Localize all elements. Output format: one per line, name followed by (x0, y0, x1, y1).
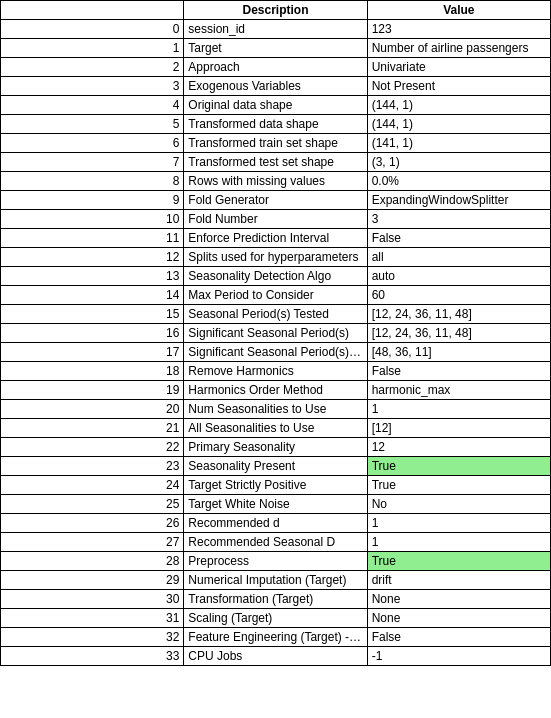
table-row: 0session_id123 (1, 20, 551, 39)
table-row: 30Transformation (Target)None (1, 590, 551, 609)
row-description: Transformed data shape (184, 115, 367, 134)
row-value: drift (367, 571, 550, 590)
row-value: Univariate (367, 58, 550, 77)
table-row: 15Seasonal Period(s) Tested[12, 24, 36, … (1, 305, 551, 324)
row-description: CPU Jobs (184, 647, 367, 666)
table-row: 26Recommended d1 (1, 514, 551, 533)
row-value: Not Present (367, 77, 550, 96)
table-row: 2ApproachUnivariate (1, 58, 551, 77)
table-row: 9Fold GeneratorExpandingWindowSplitter (1, 191, 551, 210)
row-value: True (367, 552, 550, 571)
table-row: 29Numerical Imputation (Target)drift (1, 571, 551, 590)
table-row: 7Transformed test set shape(3, 1) (1, 153, 551, 172)
row-description: Num Seasonalities to Use (184, 400, 367, 419)
table-row: 10Fold Number3 (1, 210, 551, 229)
table-row: 8Rows with missing values0.0% (1, 172, 551, 191)
row-value: 3 (367, 210, 550, 229)
table-row: 23Seasonality PresentTrue (1, 457, 551, 476)
row-description: Feature Engineering (Target) - Reduced R… (184, 628, 367, 647)
row-value: 1 (367, 514, 550, 533)
row-index: 10 (1, 210, 184, 229)
table-row: 20Num Seasonalities to Use1 (1, 400, 551, 419)
table-row: 3Exogenous VariablesNot Present (1, 77, 551, 96)
data-table: Description Value 0session_id1231TargetN… (0, 0, 551, 666)
row-index: 6 (1, 134, 184, 153)
col-header-description: Description (184, 1, 367, 20)
row-description: Fold Number (184, 210, 367, 229)
row-index: 26 (1, 514, 184, 533)
table-row: 1TargetNumber of airline passengers (1, 39, 551, 58)
row-description: Target (184, 39, 367, 58)
row-description: Preprocess (184, 552, 367, 571)
row-description: Remove Harmonics (184, 362, 367, 381)
table-row: 27Recommended Seasonal D1 (1, 533, 551, 552)
row-index: 11 (1, 229, 184, 248)
row-description: Recommended d (184, 514, 367, 533)
row-value: 12 (367, 438, 550, 457)
col-header-index (1, 1, 184, 20)
row-value: auto (367, 267, 550, 286)
table-row: 22Primary Seasonality12 (1, 438, 551, 457)
row-index: 14 (1, 286, 184, 305)
row-description: Transformation (Target) (184, 590, 367, 609)
row-index: 1 (1, 39, 184, 58)
row-description: Significant Seasonal Period(s) (184, 324, 367, 343)
row-value: Number of airline passengers (367, 39, 550, 58)
row-value: (144, 1) (367, 96, 550, 115)
row-value: (144, 1) (367, 115, 550, 134)
row-index: 30 (1, 590, 184, 609)
row-value: 60 (367, 286, 550, 305)
row-description: All Seasonalities to Use (184, 419, 367, 438)
row-value: True (367, 457, 550, 476)
table-row: 32Feature Engineering (Target) - Reduced… (1, 628, 551, 647)
row-description: Recommended Seasonal D (184, 533, 367, 552)
row-value: [12, 24, 36, 11, 48] (367, 305, 550, 324)
table-row: 21All Seasonalities to Use[12] (1, 419, 551, 438)
row-value: (141, 1) (367, 134, 550, 153)
row-index: 28 (1, 552, 184, 571)
row-description: Target Strictly Positive (184, 476, 367, 495)
row-value: [12] (367, 419, 550, 438)
row-description: Exogenous Variables (184, 77, 367, 96)
row-index: 23 (1, 457, 184, 476)
row-index: 25 (1, 495, 184, 514)
row-description: Original data shape (184, 96, 367, 115)
row-value: 0.0% (367, 172, 550, 191)
row-description: Transformed test set shape (184, 153, 367, 172)
row-value: None (367, 609, 550, 628)
row-index: 8 (1, 172, 184, 191)
table-row: 18Remove HarmonicsFalse (1, 362, 551, 381)
row-index: 13 (1, 267, 184, 286)
row-index: 3 (1, 77, 184, 96)
row-index: 27 (1, 533, 184, 552)
table-row: 13Seasonality Detection Algoauto (1, 267, 551, 286)
row-index: 32 (1, 628, 184, 647)
row-index: 20 (1, 400, 184, 419)
row-description: Transformed train set shape (184, 134, 367, 153)
row-description: Numerical Imputation (Target) (184, 571, 367, 590)
row-value: all (367, 248, 550, 267)
row-value: [12, 24, 36, 11, 48] (367, 324, 550, 343)
row-index: 21 (1, 419, 184, 438)
row-index: 19 (1, 381, 184, 400)
row-index: 9 (1, 191, 184, 210)
row-index: 29 (1, 571, 184, 590)
row-index: 7 (1, 153, 184, 172)
table-row: 28PreprocessTrue (1, 552, 551, 571)
row-value: 1 (367, 533, 550, 552)
table-row: 11Enforce Prediction IntervalFalse (1, 229, 551, 248)
row-value: 123 (367, 20, 550, 39)
row-description: Rows with missing values (184, 172, 367, 191)
row-index: 24 (1, 476, 184, 495)
row-value: -1 (367, 647, 550, 666)
row-index: 15 (1, 305, 184, 324)
table-row: 31Scaling (Target)None (1, 609, 551, 628)
row-description: session_id (184, 20, 367, 39)
table-row: 12Splits used for hyperparametersall (1, 248, 551, 267)
row-index: 2 (1, 58, 184, 77)
row-index: 5 (1, 115, 184, 134)
table-row: 33CPU Jobs-1 (1, 647, 551, 666)
table-row: 19Harmonics Order Methodharmonic_max (1, 381, 551, 400)
row-value: 1 (367, 400, 550, 419)
table-row: 17Significant Seasonal Period(s) without… (1, 343, 551, 362)
